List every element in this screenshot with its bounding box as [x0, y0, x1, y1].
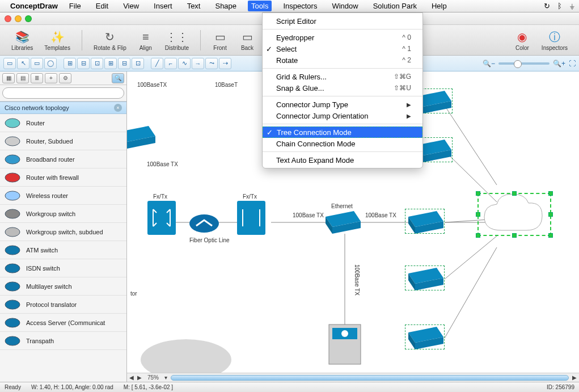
tool-line-1[interactable]: ╱	[151, 58, 163, 69]
library-name: Cisco network topology	[5, 104, 69, 111]
toolbar-inspectors[interactable]: ⓘInspectors	[542, 29, 568, 51]
search-input[interactable]	[2, 87, 124, 99]
tool-pointer[interactable]: ↖	[17, 58, 29, 69]
toolbar-libraries[interactable]: 📚Libraries	[11, 29, 33, 51]
toolbar-front[interactable]: ▭Front	[212, 29, 228, 51]
horizontal-scrollbar[interactable]	[171, 375, 569, 381]
menu-item[interactable]: Connector Jump Type▶	[263, 99, 422, 110]
zoom-value[interactable]: 75%	[145, 374, 161, 381]
tool-rect[interactable]: ▭	[31, 58, 43, 69]
minimize-button[interactable]	[15, 15, 22, 22]
toolbar-distribute[interactable]: ⋮⋮Distribute	[165, 29, 189, 51]
library-item[interactable]: Transpath	[0, 332, 126, 350]
selection-handle[interactable]	[405, 265, 445, 290]
lib-view-small-icon[interactable]: ▤	[16, 73, 29, 83]
svg-point-11	[5, 318, 20, 327]
menu-edit[interactable]: Edit	[92, 1, 112, 11]
library-item[interactable]: ISDN switch	[0, 259, 126, 277]
menu-file[interactable]: File	[66, 1, 84, 11]
menu-item[interactable]: Connector Jump Orientation▶	[263, 110, 422, 121]
menu-window[interactable]: Window	[328, 1, 361, 11]
library-item-label: Access Server (Communicat	[26, 319, 105, 326]
label-10baset: 10BaseT	[215, 82, 238, 88]
svg-rect-23	[147, 201, 176, 235]
library-item[interactable]: Broadband router	[0, 150, 126, 168]
library-item[interactable]: Access Server (Communicat	[0, 314, 126, 332]
lib-add-icon[interactable]: +	[45, 73, 57, 83]
tool-ellipse[interactable]: ◯	[44, 58, 57, 69]
library-item[interactable]: Router with firewall	[0, 168, 126, 187]
menu-item[interactable]: Chain Connection Mode	[263, 138, 422, 149]
page-prev-icon[interactable]: ◀	[129, 374, 134, 381]
menu-item[interactable]: Grid & Rulers...⇧⌘G	[263, 71, 422, 82]
menu-shape[interactable]: Shape	[212, 1, 240, 11]
menu-tools[interactable]: Tools	[248, 1, 272, 11]
svg-line-21	[445, 236, 497, 279]
lib-settings-icon[interactable]: ⚙	[59, 73, 71, 83]
toolbar-back[interactable]: ▭Back	[239, 29, 255, 51]
page-next-icon[interactable]: ▶	[137, 374, 142, 381]
svg-point-9	[5, 282, 20, 291]
library-item[interactable]: Multilayer switch	[0, 277, 126, 296]
tool-conn-6[interactable]: ⊡	[132, 58, 144, 69]
tool-conn-2[interactable]: ⊟	[77, 58, 90, 69]
menu-item[interactable]: Snap & Glue...⇧⌘U	[263, 82, 422, 94]
sync-icon[interactable]: ↻	[544, 2, 550, 10]
tool-line-3[interactable]: ∿	[178, 58, 191, 69]
close-library-icon[interactable]: ×	[114, 104, 122, 112]
menu-view[interactable]: View	[120, 1, 142, 11]
toolbar-align[interactable]: ≡Align	[138, 29, 154, 51]
library-item-label: Router	[26, 120, 45, 127]
menu-item[interactable]: Eyedropper^ 0	[263, 32, 422, 43]
scroll-right-icon[interactable]: ▶	[572, 374, 577, 381]
shape-thumb-icon	[3, 297, 22, 312]
zoom-button[interactable]	[25, 15, 32, 22]
tool-conn-4[interactable]: ⊞	[104, 58, 117, 69]
menu-item[interactable]: ✓Select^ 1	[263, 43, 422, 54]
toolbar-color[interactable]: ◉Color	[514, 29, 530, 51]
tool-select[interactable]: ▭	[3, 58, 16, 69]
library-item[interactable]: Router, Subdued	[0, 132, 126, 150]
lib-search-toggle[interactable]: 🔍	[112, 73, 124, 83]
cloud-selection[interactable]	[477, 193, 551, 236]
library-item[interactable]: Protocol translator	[0, 296, 126, 314]
tool-conn-3[interactable]: ⊡	[91, 58, 103, 69]
library-item[interactable]: Workgroup switch, subdued	[0, 223, 126, 241]
menu-item[interactable]: ✓Tree Connection Mode	[263, 127, 422, 138]
zoom-fit-icon[interactable]: ⛶	[569, 60, 576, 68]
selection-handle[interactable]	[405, 324, 445, 349]
lib-view-large-icon[interactable]: ▦	[2, 73, 15, 83]
label-fiber: Fiber Optic Line	[189, 237, 230, 243]
tool-conn-5[interactable]: ⊟	[118, 58, 130, 69]
menu-insert[interactable]: Insert	[150, 1, 176, 11]
tool-line-6[interactable]: ⇢	[219, 58, 231, 69]
menu-inspectors[interactable]: Inspectors	[280, 1, 320, 11]
tool-line-2[interactable]: ⌐	[164, 58, 177, 69]
toolbar-templates[interactable]: ✨Templates	[44, 29, 70, 51]
toolbar-rotate-flip[interactable]: ↻Rotate & Flip	[94, 29, 126, 51]
zoom-out-icon[interactable]: 🔍−	[483, 60, 495, 68]
zoom-slider[interactable]	[498, 62, 550, 65]
menu-item[interactable]: Rotate^ 2	[263, 54, 422, 66]
selection-handle[interactable]	[405, 209, 445, 234]
wifi-icon[interactable]: ⏚	[570, 2, 574, 10]
bluetooth-icon[interactable]: ᛒ	[557, 2, 562, 10]
zoom-stepper-icon[interactable]: ▾	[164, 374, 167, 381]
tool-line-4[interactable]: →	[192, 58, 204, 69]
app-name[interactable]: ConceptDraw	[10, 2, 58, 10]
menu-item[interactable]: Script Editor	[263, 15, 422, 27]
menu-text[interactable]: Text	[184, 1, 204, 11]
close-button[interactable]	[5, 15, 11, 22]
tool-conn-1[interactable]: ⊞	[64, 58, 76, 69]
menu-solution-park[interactable]: Solution Park	[370, 1, 420, 11]
menu-item[interactable]: Text Auto Expand Mode	[263, 154, 422, 166]
library-item[interactable]: Workgroup switch	[0, 205, 126, 223]
menu-help[interactable]: Help	[428, 1, 450, 11]
library-item[interactable]: ATM switch	[0, 241, 126, 259]
library-header[interactable]: Cisco network topology ×	[0, 102, 126, 114]
library-item[interactable]: Router	[0, 114, 126, 132]
tool-line-5[interactable]: ⤳	[205, 58, 218, 69]
lib-view-list-icon[interactable]: ≣	[31, 73, 43, 83]
zoom-in-icon[interactable]: 🔍+	[553, 60, 565, 68]
library-item[interactable]: Wireless router	[0, 187, 126, 205]
